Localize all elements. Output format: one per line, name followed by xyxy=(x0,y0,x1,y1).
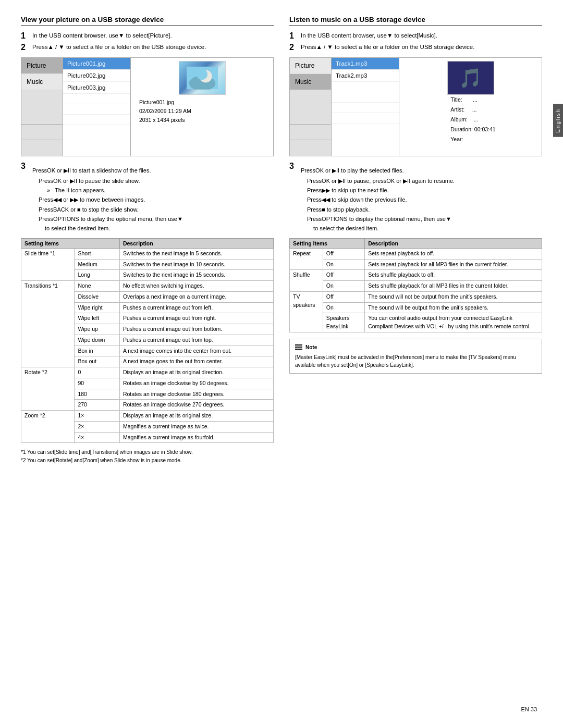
subcategory-wipe-right: Wipe right xyxy=(75,302,120,313)
track-item-1[interactable]: Track1.mp3 xyxy=(332,58,399,70)
subcategory-tv-off: Off xyxy=(323,291,364,302)
step3-line-3: Press◀◀ or ▶▶ to move between images. xyxy=(39,195,183,204)
file-item-1[interactable]: Picture001.jpg xyxy=(63,58,130,70)
right-step3-details: PressOK or ▶II to pause, pressOK or ▶II … xyxy=(307,176,455,233)
table-row: Zoom *2 1× Displays an image at its orig… xyxy=(21,411,274,422)
svg-point-3 xyxy=(196,69,207,80)
table-row: Slide time *1 Short Switches to the next… xyxy=(21,248,274,259)
image-preview xyxy=(179,61,226,95)
desc-zoom-1x: Displays an image at its original size. xyxy=(119,411,273,422)
picture-browser: Picture Music Picture001.jpg Picture002.… xyxy=(21,57,274,156)
right-step1-number: 1 xyxy=(289,31,298,41)
sidebar-music[interactable]: Music xyxy=(21,74,63,90)
page: English View your picture on a USB stora… xyxy=(0,0,563,728)
file-date: 02/02/2009 11:29 AM xyxy=(139,107,270,116)
category-shuffle: Shuffle xyxy=(290,270,323,292)
note-title: Note xyxy=(305,343,317,351)
category-tv-speakers: TV speakers xyxy=(290,291,323,332)
music-icon-box: 🎵 xyxy=(447,61,494,95)
step3-line-4: PressBACK or ■ to stop the slide show. xyxy=(39,205,183,214)
table-row: On Sets shuffle playback for all MP3 fil… xyxy=(290,281,542,292)
music-preview-area: 🎵 Title: ... Artist: ... Album: ... Dura… xyxy=(399,58,542,156)
music-files-list: Track1.mp3 Track2.mp3 xyxy=(332,58,399,156)
right-section-title: Listen to music on a USB storage device xyxy=(289,16,542,26)
subcategory-easylink: Speakers EasyLink xyxy=(323,313,364,332)
subcategory-zoom-2x: 2× xyxy=(75,421,120,432)
left-section-title: View your picture on a USB storage devic… xyxy=(21,16,274,26)
desc-dissolve: Overlaps a next image on a current image… xyxy=(119,291,273,302)
desc-wipe-up: Pushes a current image out from bottom. xyxy=(119,324,273,335)
desc-long: Switches to the next image in 15 seconds… xyxy=(119,270,273,281)
music-sidebar-picture[interactable]: Picture xyxy=(290,58,331,74)
desc-easylink: You can control audio output from your c… xyxy=(365,313,542,332)
subcategory-short: Short xyxy=(75,248,120,259)
subcategory-wipe-up: Wipe up xyxy=(75,324,120,335)
music-browser-sidebar: Picture Music xyxy=(290,58,332,156)
footnotes: *1 You can set[Slide time] and[Transitio… xyxy=(21,448,274,465)
note-box: Note [Master EasyLink] must be activated… xyxy=(289,339,542,374)
subcategory-rotate-0: 0 xyxy=(75,367,120,378)
category-slide-time: Slide time *1 xyxy=(21,248,75,280)
left-step2: 2 Press▲ / ▼ to select a file or a folde… xyxy=(21,43,274,52)
music-table-header-settings: Setting items xyxy=(290,238,365,248)
step3-line-5b: to select the desired item. xyxy=(45,224,183,233)
file-item-3[interactable]: Picture003.jpg xyxy=(63,82,130,94)
table-row: Transitions *1 None No effect when switc… xyxy=(21,281,274,292)
category-repeat: Repeat xyxy=(290,248,323,270)
right-step3-line-2: Press▶▶ to skip up the next file. xyxy=(307,186,455,195)
right-step3-content: PressOK or ▶II to play the selected file… xyxy=(301,166,455,233)
table-row: Rotate *2 0 Displays an image at its ori… xyxy=(21,367,274,378)
desc-short: Switches to the next image in 5 seconds. xyxy=(119,248,273,259)
track-item-2[interactable]: Track2.mp3 xyxy=(332,70,399,82)
step3-intro: PressOK or ▶II to start a slideshow of t… xyxy=(32,166,183,175)
sidebar-picture[interactable]: Picture xyxy=(21,58,63,74)
desc-repeat-off: Sets repeat playback to off. xyxy=(365,248,542,259)
step3-content: PressOK or ▶II to start a slideshow of t… xyxy=(32,166,183,233)
table-row: Shuffle Off Sets shuffle playback to off… xyxy=(290,270,542,281)
browser-sidebar: Picture Music xyxy=(21,58,63,156)
subcategory-dissolve: Dissolve xyxy=(75,291,120,302)
file-name: Picture001.jpg xyxy=(139,98,270,107)
desc-medium: Switches to the next image in 10 seconds… xyxy=(119,259,273,270)
right-step2: 2 Press▲ / ▼ to select a file or a folde… xyxy=(289,43,542,52)
music-title: Title: ... xyxy=(450,95,495,105)
desc-wipe-right: Pushes a current image out from left. xyxy=(119,302,273,313)
right-step3-intro: PressOK or ▶II to play the selected file… xyxy=(301,166,455,175)
desc-box-in: A next image comes into the center from … xyxy=(119,346,273,356)
desc-repeat-on: Sets repeat playback for all MP3 files i… xyxy=(365,259,542,270)
right-step3-line-4: Press■ to stop playback. xyxy=(307,205,455,214)
desc-tv-on: The sound will be output from the unit's… xyxy=(365,302,542,313)
subcategory-rotate-270: 270 xyxy=(75,400,120,411)
desc-rotate-90: Rotates an image clockwise by 90 degrees… xyxy=(119,378,273,389)
desc-rotate-180: Rotates an image clockwise 180 degrees. xyxy=(119,389,273,400)
right-step1: 1 In the USB content browser, use▼ to se… xyxy=(289,31,542,41)
left-step1: 1 In the USB content browser, use▼ to se… xyxy=(21,31,274,41)
music-sidebar-music[interactable]: Music xyxy=(290,74,331,90)
right-step2-text: Press▲ / ▼ to select a file or a folder … xyxy=(301,43,474,52)
step2-text: Press▲ / ▼ to select a file or a folder … xyxy=(32,43,206,52)
subcategory-medium: Medium xyxy=(75,259,120,270)
subcategory-box-in: Box in xyxy=(75,346,120,356)
desc-shuffle-off: Sets shuffle playback to off. xyxy=(365,270,542,281)
subcategory-shuffle-off: Off xyxy=(323,270,364,281)
file-item-2[interactable]: Picture002.jpg xyxy=(63,70,130,82)
left-column: View your picture on a USB storage devic… xyxy=(21,16,274,465)
step3-line-2: » The II icon appears. xyxy=(47,186,183,195)
subcategory-box-out: Box out xyxy=(75,356,120,367)
right-step3-line-5: PressOPTIONS to display the optional men… xyxy=(307,214,455,224)
right-step3-line-3: Press◀◀ to skip down the previous file. xyxy=(307,195,455,204)
subcategory-rotate-90: 90 xyxy=(75,378,120,389)
music-artist: Artist: ... xyxy=(450,105,495,115)
right-step3: 3 PressOK or ▶II to play the selected fi… xyxy=(289,162,542,233)
music-year: Year: xyxy=(450,134,495,144)
main-content: View your picture on a USB storage devic… xyxy=(21,16,542,465)
note-text: [Master EasyLink] must be activated in t… xyxy=(295,353,536,369)
subcategory-tv-on: On xyxy=(323,302,364,313)
subcategory-wipe-down: Wipe down xyxy=(75,335,120,346)
settings-table: Setting items Description Slide time *1 … xyxy=(21,238,274,443)
table-header-settings: Setting items xyxy=(21,238,120,248)
note-icon xyxy=(295,344,302,350)
subcategory-none: None xyxy=(75,281,120,292)
subcategory-wipe-left: Wipe left xyxy=(75,313,120,324)
desc-box-out: A next image goes to the out from center… xyxy=(119,356,273,367)
